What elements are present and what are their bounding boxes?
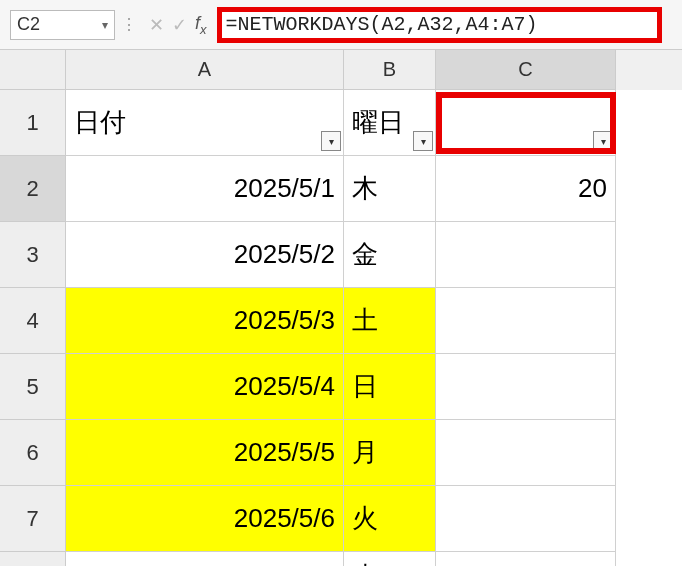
table-row: 4 2025/5/3 土 — [0, 288, 682, 354]
cell-text: 金 — [352, 237, 378, 272]
cell-A2[interactable]: 2025/5/1 — [66, 156, 344, 222]
name-box-dropdown-icon[interactable]: ▾ — [102, 18, 108, 32]
column-headers: A B C — [0, 50, 682, 90]
cell-B6[interactable]: 月 — [344, 420, 436, 486]
cell-text: 2025/5/5 — [234, 437, 335, 468]
row-header-3[interactable]: 3 — [0, 222, 66, 288]
col-header-B[interactable]: B — [344, 50, 436, 90]
cell-A1[interactable]: 日付 ▾ — [66, 90, 344, 156]
row-header-1[interactable]: 1 — [0, 90, 66, 156]
cell-A8[interactable]: 2025/5/7 — [66, 552, 344, 566]
formula-controls: ✕ ✓ fx — [143, 13, 213, 37]
filter-button-C[interactable]: ▾ — [593, 131, 613, 151]
cell-text: 水 — [352, 559, 378, 566]
enter-icon[interactable]: ✓ — [172, 14, 187, 36]
row-header-7[interactable]: 7 — [0, 486, 66, 552]
cell-text: 木 — [352, 171, 378, 206]
table-row: 5 2025/5/4 日 — [0, 354, 682, 420]
select-all-corner[interactable] — [0, 50, 66, 90]
cell-text: 20 — [578, 173, 607, 204]
cell-text: 曜日 — [352, 105, 404, 140]
col-header-A[interactable]: A — [66, 50, 344, 90]
cell-A6[interactable]: 2025/5/5 — [66, 420, 344, 486]
cell-text: 土 — [352, 303, 378, 338]
filter-button-B[interactable]: ▾ — [413, 131, 433, 151]
cell-B4[interactable]: 土 — [344, 288, 436, 354]
cell-text: 2025/5/2 — [234, 239, 335, 270]
cell-C6[interactable] — [436, 420, 616, 486]
cell-text: 2025/5/4 — [234, 371, 335, 402]
fx-icon[interactable]: fx — [195, 13, 207, 37]
cell-text: 月 — [352, 435, 378, 470]
name-box[interactable]: C2 ▾ — [10, 10, 115, 40]
cell-text: 火 — [352, 501, 378, 536]
separator: ⋮ — [115, 15, 143, 34]
cell-text: 2025/5/3 — [234, 305, 335, 336]
cell-text: 2025/5/1 — [234, 173, 335, 204]
name-box-value: C2 — [17, 14, 40, 35]
table-row: 2 2025/5/1 木 20 — [0, 156, 682, 222]
cell-text: 2025/5/6 — [234, 503, 335, 534]
table-row: 6 2025/5/5 月 — [0, 420, 682, 486]
row-header-8[interactable]: 8 — [0, 552, 66, 566]
table-row: 7 2025/5/6 火 — [0, 486, 682, 552]
cell-A3[interactable]: 2025/5/2 — [66, 222, 344, 288]
cell-B8[interactable]: 水 — [344, 552, 436, 566]
table-row: 3 2025/5/2 金 — [0, 222, 682, 288]
col-header-C[interactable]: C — [436, 50, 616, 90]
row-header-6[interactable]: 6 — [0, 420, 66, 486]
spreadsheet-grid: A B C 1 日付 ▾ 曜日 ▾ ▾ 2 2025/5/1 木 20 3 20… — [0, 50, 682, 566]
cell-C4[interactable] — [436, 288, 616, 354]
cell-C7[interactable] — [436, 486, 616, 552]
row-header-2[interactable]: 2 — [0, 156, 66, 222]
row-header-5[interactable]: 5 — [0, 354, 66, 420]
cell-text: 2025/5/7 — [234, 561, 335, 566]
formula-input[interactable]: =NETWORKDAYS(A2,A32,A4:A7) — [226, 13, 538, 36]
cell-A4[interactable]: 2025/5/3 — [66, 288, 344, 354]
row-header-4[interactable]: 4 — [0, 288, 66, 354]
formula-input-highlight: =NETWORKDAYS(A2,A32,A4:A7) — [217, 7, 662, 43]
cell-B3[interactable]: 金 — [344, 222, 436, 288]
cell-A5[interactable]: 2025/5/4 — [66, 354, 344, 420]
cell-C1[interactable]: ▾ — [436, 90, 616, 156]
filter-button-A[interactable]: ▾ — [321, 131, 341, 151]
cell-C2[interactable]: 20 — [436, 156, 616, 222]
cell-text: 日 — [352, 369, 378, 404]
cell-A7[interactable]: 2025/5/6 — [66, 486, 344, 552]
cell-C8[interactable] — [436, 552, 616, 566]
cell-text: 日付 — [74, 105, 126, 140]
table-row: 8 2025/5/7 水 — [0, 552, 682, 566]
cell-C5[interactable] — [436, 354, 616, 420]
cell-C3[interactable] — [436, 222, 616, 288]
cell-B7[interactable]: 火 — [344, 486, 436, 552]
cell-B5[interactable]: 日 — [344, 354, 436, 420]
cancel-icon[interactable]: ✕ — [149, 14, 164, 36]
table-row: 1 日付 ▾ 曜日 ▾ ▾ — [0, 90, 682, 156]
cell-B1[interactable]: 曜日 ▾ — [344, 90, 436, 156]
cell-B2[interactable]: 木 — [344, 156, 436, 222]
formula-bar: C2 ▾ ⋮ ✕ ✓ fx =NETWORKDAYS(A2,A32,A4:A7) — [0, 0, 682, 50]
